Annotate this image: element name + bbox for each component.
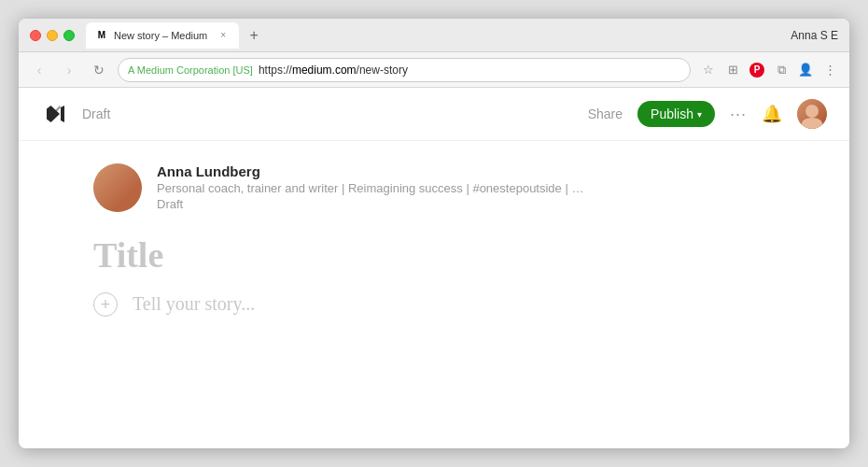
author-bio: Personal coach, trainer and writer | Rei…: [157, 181, 586, 195]
back-button[interactable]: ‹: [28, 59, 50, 81]
add-content-button[interactable]: +: [93, 292, 118, 317]
publish-chevron-icon: ▾: [697, 109, 702, 120]
close-window-button[interactable]: [30, 30, 41, 41]
notifications-bell-icon[interactable]: 🔔: [762, 104, 782, 124]
layers-icon[interactable]: ⧉: [771, 60, 791, 80]
share-button[interactable]: Share: [588, 106, 623, 121]
minimize-window-button[interactable]: [47, 30, 58, 41]
avatar-body: [802, 118, 822, 129]
toolbar-icons: ☆ ⊞ P ⧉ 👤 ⋮: [698, 60, 840, 80]
title-bar-user: Anna S E: [791, 29, 838, 42]
more-options-button[interactable]: ···: [730, 105, 747, 124]
browser-ext-icon[interactable]: P: [747, 60, 767, 80]
bookmark-icon[interactable]: ☆: [698, 60, 719, 80]
title-input-area[interactable]: Title: [19, 234, 849, 277]
author-status: Draft: [157, 197, 586, 211]
active-tab[interactable]: M New story – Medium ×: [86, 22, 239, 49]
address-bar[interactable]: A Medium Corporation [US] https://medium…: [118, 58, 691, 82]
author-section: Anna Lundberg Personal coach, trainer an…: [19, 163, 849, 212]
profile-icon[interactable]: 👤: [795, 60, 816, 80]
browser-window: M New story – Medium × + Anna S E ‹ › ↻ …: [19, 19, 849, 448]
pinterest-icon[interactable]: P: [749, 63, 764, 78]
title-bar: M New story – Medium × + Anna S E: [19, 19, 849, 52]
story-placeholder[interactable]: Tell your story...: [133, 293, 255, 315]
author-name: Anna Lundberg: [157, 163, 586, 179]
author-avatar: [93, 163, 142, 212]
publish-button[interactable]: Publish ▾: [637, 101, 715, 127]
new-tab-button[interactable]: +: [243, 24, 265, 47]
author-avatar-image: [93, 163, 142, 212]
tab-favicon: M: [95, 29, 108, 42]
toolbar: ‹ › ↻ A Medium Corporation [US] https://…: [19, 52, 849, 88]
medium-header: Draft Share Publish ▾ ··· 🔔: [19, 88, 849, 141]
draft-label: Draft: [82, 106, 110, 121]
address-url: https://medium.com/new-story: [259, 64, 408, 77]
secure-label: A Medium Corporation [US]: [128, 64, 253, 76]
page-content: Draft Share Publish ▾ ··· 🔔: [19, 88, 849, 448]
tab-area: M New story – Medium × +: [86, 22, 791, 49]
story-input-area: + Tell your story...: [19, 292, 849, 317]
reading-list-icon[interactable]: ⊞: [722, 60, 743, 80]
tab-close-button[interactable]: ×: [217, 29, 230, 42]
header-right: Share Publish ▾ ··· 🔔: [588, 99, 827, 129]
title-placeholder[interactable]: Title: [93, 234, 775, 277]
user-avatar[interactable]: [797, 99, 827, 129]
avatar-image: [797, 99, 827, 129]
publish-label: Publish: [651, 106, 693, 121]
editor-area: Anna Lundberg Personal coach, trainer an…: [19, 141, 849, 448]
author-info: Anna Lundberg Personal coach, trainer an…: [157, 163, 586, 211]
tab-title: New story – Medium: [114, 30, 207, 41]
medium-logo[interactable]: [41, 99, 71, 129]
maximize-window-button[interactable]: [63, 30, 75, 41]
traffic-lights: [30, 30, 75, 41]
forward-button[interactable]: ›: [58, 59, 80, 81]
reload-button[interactable]: ↻: [88, 59, 110, 81]
avatar-face: [805, 105, 819, 118]
menu-icon[interactable]: ⋮: [819, 60, 840, 80]
